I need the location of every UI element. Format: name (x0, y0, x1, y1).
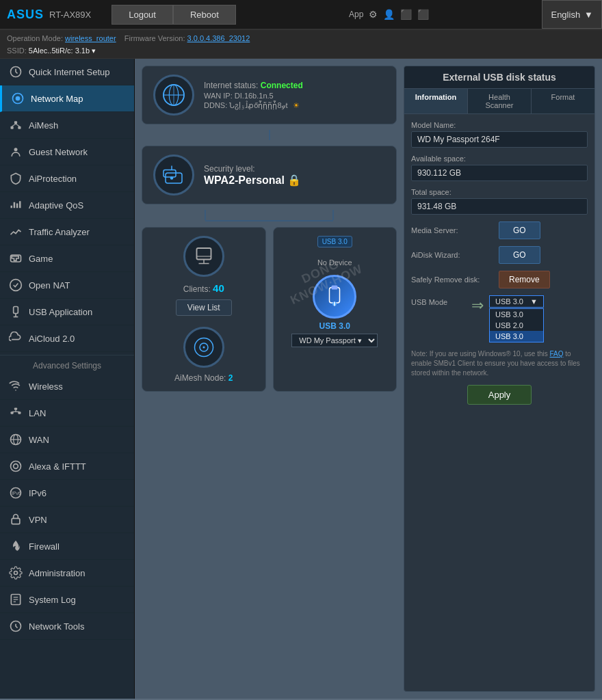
faq-link[interactable]: FAQ (549, 350, 563, 358)
view-list-button[interactable]: View List (176, 299, 232, 316)
sidebar: Quick Internet Setup Network Map AiMesh … (0, 59, 135, 699)
chevron-down-icon: ▼ (584, 10, 593, 20)
svg-rect-10 (14, 307, 18, 314)
media-server-row: Media Server: GO (411, 221, 588, 239)
usb-option-30-selected[interactable]: USB 3.0 (490, 331, 543, 342)
aimesh-label: AiMesh Node: (174, 373, 226, 383)
model-name-value: WD My Passport 264F (411, 131, 588, 148)
svg-point-8 (14, 148, 18, 151)
remove-button[interactable]: Remove (499, 271, 550, 288)
ipv6-icon: IPv6 (8, 485, 23, 500)
settings-icon[interactable]: ⚙ (369, 9, 378, 20)
aidisk-label: AiDisk Wizard: (411, 251, 493, 259)
usb-device-select[interactable]: WD My Passport ▾ (291, 334, 378, 347)
sidebar-item-lan[interactable]: LAN (0, 400, 134, 427)
internet-wan: WAN IP: DI.16b.1n.5 (204, 92, 385, 100)
sidebar-label-firewall: Firewall (29, 541, 60, 552)
system-log-icon (8, 592, 23, 607)
sidebar-item-alexa-ifttt[interactable]: Alexa & IFTTT (0, 453, 134, 480)
svg-point-2 (16, 96, 21, 101)
sidebar-item-guest-network[interactable]: Guest Network (0, 139, 134, 165)
sidebar-item-aicloud[interactable]: AiCloud 2.0 (0, 325, 134, 352)
sidebar-item-usb-application[interactable]: USB Application (0, 299, 134, 325)
tab-information[interactable]: Information (404, 89, 468, 113)
adaptive-qos-icon (8, 198, 23, 213)
language-dropdown[interactable]: English ▼ (542, 0, 602, 29)
dropdown-arrow-icon: ▼ (530, 297, 538, 306)
tab-format[interactable]: Format (532, 89, 594, 113)
aidisk-go-button[interactable]: GO (499, 246, 540, 264)
aidisk-row: AiDisk Wizard: GO (411, 246, 588, 264)
internet-status-label: Internet status: Connected (204, 81, 385, 90)
wan-icon (8, 432, 23, 447)
traffic-analyzer-icon (8, 224, 23, 239)
svg-point-37 (170, 176, 174, 180)
sidebar-item-firewall[interactable]: Firewall (0, 533, 134, 560)
aimesh-count-row: AiMesh Node: 2 (174, 373, 233, 383)
svg-rect-46 (330, 288, 340, 304)
advanced-settings-title: Advanced Settings (0, 355, 134, 373)
apply-button[interactable]: Apply (467, 385, 532, 405)
svg-rect-25 (12, 519, 20, 524)
sidebar-item-system-log[interactable]: System Log (0, 587, 134, 613)
share-icon[interactable]: ⬛ (400, 9, 412, 20)
sidebar-item-ipv6[interactable]: IPv6 IPv6 (0, 480, 134, 507)
usb-badge: USB 3.0 (317, 236, 352, 247)
ssid-label: SSID: (7, 46, 27, 55)
model-name-label: Model Name: (411, 121, 588, 129)
sidebar-label-open-nat: Open NAT (29, 280, 70, 291)
note-label: Note: (411, 350, 428, 358)
usb-option-20[interactable]: USB 2.0 (490, 320, 543, 331)
model-name-field: Model Name: WD My Passport 264F (411, 121, 588, 148)
tab-health-scanner[interactable]: HealthScanner (468, 89, 532, 113)
usb-label: USB 3.0 (319, 321, 350, 331)
sidebar-label-alexa-ifttt: Alexa & IFTTT (29, 461, 86, 472)
svg-rect-39 (196, 248, 211, 260)
clients-count-row: Clients: 40 (183, 282, 224, 294)
usb-application-icon (8, 304, 23, 319)
network-map-icon (10, 91, 25, 106)
sidebar-item-traffic-analyzer[interactable]: Traffic Analyzer (0, 219, 134, 245)
available-space-value: 930.112 GB (411, 165, 588, 181)
op-mode-val[interactable]: wireless_router (65, 34, 116, 42)
safely-remove-row: Safely Remove disk: Remove (411, 271, 588, 288)
sidebar-item-administration[interactable]: Administration (0, 560, 134, 587)
sidebar-item-wireless[interactable]: Wireless (0, 373, 134, 400)
sidebar-label-system-log: System Log (29, 595, 76, 605)
usb-mode-dropdown[interactable]: USB 3.0 ▼ USB 3.0 USB 2.0 USB 3.0 (489, 295, 544, 342)
total-space-label: Total space: (411, 188, 588, 196)
sidebar-item-wan[interactable]: WAN (0, 427, 134, 453)
logout-button[interactable]: Logout (112, 5, 173, 25)
sidebar-item-adaptive-qos[interactable]: Adaptive QoS (0, 192, 134, 219)
usb-options-list: USB 3.0 USB 2.0 USB 3.0 (489, 308, 544, 342)
wireless-icon (8, 379, 23, 394)
sidebar-item-quick-internet-setup[interactable]: Quick Internet Setup (0, 59, 134, 85)
sidebar-item-aiprotection[interactable]: AiProtection (0, 165, 134, 192)
usb-mode-row: USB Mode ⇒ USB 3.0 ▼ USB 3.0 USB 2.0 USB… (411, 295, 588, 342)
media-server-go-button[interactable]: GO (499, 221, 540, 239)
usb-mode-section: USB Mode ⇒ USB 3.0 ▼ USB 3.0 USB 2.0 USB… (411, 295, 588, 342)
sidebar-item-aimesh[interactable]: AiMesh (0, 112, 134, 139)
sidebar-label-wan: WAN (29, 435, 49, 445)
bottom-nodes: Clients: 40 View List AiMesh Node: 2 (142, 227, 397, 392)
svg-text:IPv6: IPv6 (12, 492, 21, 496)
sidebar-item-game[interactable]: Game (0, 245, 134, 272)
svg-rect-3 (11, 126, 14, 129)
reboot-button[interactable]: Reboot (173, 5, 236, 25)
sidebar-item-network-map[interactable]: Network Map (0, 85, 134, 112)
asus-logo: ASUS RT-AX89X (0, 0, 98, 29)
network-tools-icon (8, 619, 23, 634)
sidebar-item-vpn[interactable]: VPN (0, 507, 134, 533)
security-icon (153, 154, 194, 196)
sidebar-item-network-tools[interactable]: Network Tools (0, 613, 134, 640)
administration-icon (8, 565, 23, 580)
security-level-label: Security level: (204, 164, 385, 174)
sidebar-item-open-nat[interactable]: Open NAT (0, 272, 134, 299)
asus-logo-text: ASUS (7, 8, 44, 22)
usb-mode-select-shown[interactable]: USB 3.0 ▼ (489, 295, 544, 308)
fw-val[interactable]: 3.0.0.4.386_23012 (187, 34, 250, 42)
usb-device-icon (313, 275, 356, 319)
user-icon[interactable]: 👤 (383, 9, 395, 20)
usb-option-30-top[interactable]: USB 3.0 (490, 309, 543, 320)
aimesh-icon-node (183, 327, 224, 368)
